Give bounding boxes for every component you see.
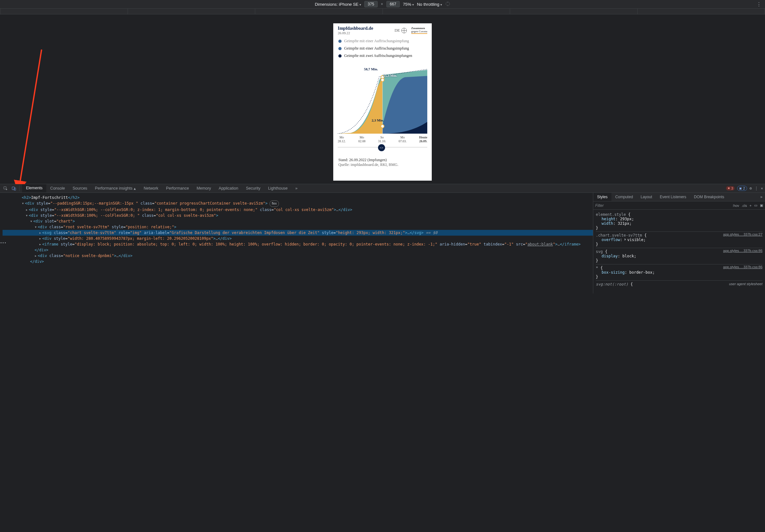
device-frame: Impfdashboard.de 26.09.22 DE Zusammen ge… [333, 23, 432, 181]
tab-sources[interactable]: Sources [69, 184, 91, 193]
svg-rect-8 [14, 188, 16, 190]
inspect-icon[interactable] [2, 185, 9, 192]
styles-rules-list[interactable]: element.style { height: 293px; width: 32… [593, 210, 765, 293]
tab-elements[interactable]: Elements [22, 184, 46, 193]
legend-dot-icon [339, 40, 342, 43]
selected-node[interactable]: ▸<svg class="chart svelte-sv7ttm" role="… [3, 230, 593, 236]
elements-tree[interactable]: ••• <h2>Impf-Fortschritt</h2> ▾<div styl… [0, 193, 593, 293]
legend-dot-icon [339, 54, 342, 58]
source-link[interactable]: app.styles.…337b.css:86 [723, 265, 762, 269]
devtools-tabbar: Elements Console Sources Performance ins… [0, 184, 765, 193]
expand-tri-icon[interactable] [625, 238, 626, 241]
device-toolbar: Dimensions: iPhone SE × 75% No throttlin… [0, 0, 765, 9]
rotate-icon[interactable] [445, 1, 450, 7]
tab-memory[interactable]: Memory [193, 184, 215, 193]
legend-item: Geimpfte mit zwei Auffrischungsimpfungen [339, 52, 426, 60]
lang-switch[interactable]: DE [394, 28, 406, 33]
styles-filter-bar: :hov .cls + ▭ ▣ [593, 202, 765, 210]
styles-tab-listeners[interactable]: Event Listeners [656, 193, 690, 201]
globe-icon [401, 28, 407, 33]
device-toolbar-menu-icon[interactable]: ⋮ [756, 1, 762, 7]
user-agent-label: user agent stylesheet [729, 282, 762, 286]
tab-lighthouse[interactable]: Lighthouse [264, 184, 291, 193]
issues-badge[interactable]: 2 [737, 186, 747, 191]
tab-perf-insights[interactable]: Performance insights▴ [91, 184, 140, 193]
svg-point-4 [381, 78, 384, 82]
error-badge[interactable]: 3 [726, 186, 735, 191]
legend-dot-icon [339, 47, 342, 50]
tab-console[interactable]: Console [46, 184, 69, 193]
device-toggle-icon[interactable] [10, 185, 17, 192]
chart: 58,7 Mio. 55,3 Mio. 2,3 Mio. [333, 62, 432, 134]
tab-application[interactable]: Application [215, 184, 242, 193]
chart-legend: Geimpfte mit einer Auffrischungsimpfung … [333, 37, 432, 62]
chart-axis: Mo28.12. Mo02.08 So31.10. Mo07.03. Heute… [333, 134, 432, 143]
time-slider[interactable]: <> [333, 143, 432, 147]
style-rule[interactable]: app.styles.…337b.css:27 .chart.svelte-sv… [596, 232, 762, 248]
devtools: Elements Console Sources Performance ins… [0, 184, 765, 293]
devtools-menu-icon[interactable]: ⋮ [754, 186, 758, 191]
throttle-select[interactable]: No throttling [417, 2, 442, 7]
chart-svg [338, 67, 427, 134]
styles-tab-layout[interactable]: Layout [637, 193, 656, 201]
chart-label: 55,3 Mio. [383, 74, 397, 77]
hov-toggle[interactable]: :hov [732, 204, 739, 208]
settings-icon[interactable]: ⚙ [750, 186, 752, 191]
styles-tabbar: Styles Computed Layout Event Listeners D… [593, 193, 765, 202]
tab-network[interactable]: Network [140, 184, 162, 193]
lang-code: DE [394, 28, 400, 33]
next-section-heading: Täglich verabreichte Impfdosen [333, 169, 432, 181]
legend-item: Geimpfte mit einer Auffrischungsimpfung [339, 37, 426, 45]
ruler-strip [0, 9, 765, 14]
slider-handle-icon[interactable]: <> [378, 144, 385, 151]
flex-badge[interactable]: flex [270, 201, 279, 207]
svg-line-1 [20, 50, 42, 183]
style-rule[interactable]: app.styles.…337b.css:86 * { box-sizing: … [596, 265, 762, 281]
site-date: 26.09.22 [338, 31, 373, 35]
chart-label: 58,7 Mio. [364, 67, 378, 71]
svg-point-5 [381, 125, 384, 128]
styles-tab-styles[interactable]: Styles [593, 193, 611, 201]
chart-label: 2,3 Mio. [372, 118, 384, 122]
page-header: Impfdashboard.de 26.09.22 DE Zusammen ge… [333, 23, 432, 37]
source-link[interactable]: app.styles.…337b.css:86 [723, 249, 762, 253]
tab-performance[interactable]: Performance [162, 184, 193, 193]
tabs-overflow-icon[interactable]: » [291, 184, 301, 193]
source-link[interactable]: app.styles.…337b.css:27 [723, 233, 762, 236]
campaign-logo: Zusammen gegen Corona [411, 27, 427, 34]
height-input[interactable] [386, 1, 400, 7]
legend-item: Geimpfte mit einer Auffrischungsimpfung [339, 45, 426, 52]
gutter-ellipsis-icon: ••• [0, 240, 6, 246]
close-icon[interactable]: ✕ [761, 186, 763, 191]
width-input[interactable] [364, 1, 378, 7]
styles-filter-input[interactable] [595, 203, 730, 208]
tab-security[interactable]: Security [242, 184, 264, 193]
sidebar-toggle-icon[interactable]: ▣ [760, 203, 763, 208]
styles-tab-computed[interactable]: Computed [611, 193, 637, 201]
device-select[interactable]: Dimensions: iPhone SE [315, 2, 361, 7]
device-icon[interactable]: ▭ [754, 203, 757, 208]
cls-toggle[interactable]: .cls [742, 204, 747, 208]
style-rule[interactable]: user agent stylesheet svg:not(:root) { [596, 281, 762, 288]
annotation-arrow [13, 46, 51, 187]
zoom-select[interactable]: 75% [403, 2, 414, 7]
styles-tab-dombp[interactable]: DOM Breakpoints [690, 193, 728, 201]
style-rule[interactable]: app.styles.…337b.css:86 svg { display: b… [596, 248, 762, 265]
site-title: Impfdashboard.de [338, 26, 373, 31]
dim-separator: × [381, 2, 383, 6]
style-rule[interactable]: element.style { height: 293px; width: 32… [596, 211, 762, 232]
styles-tabs-overflow-icon[interactable]: » [760, 195, 762, 199]
new-rule-icon[interactable]: + [750, 204, 752, 208]
viewport-area: Impfdashboard.de 26.09.22 DE Zusammen ge… [0, 14, 765, 184]
styles-sidebar: Styles Computed Layout Event Listeners D… [593, 193, 765, 293]
